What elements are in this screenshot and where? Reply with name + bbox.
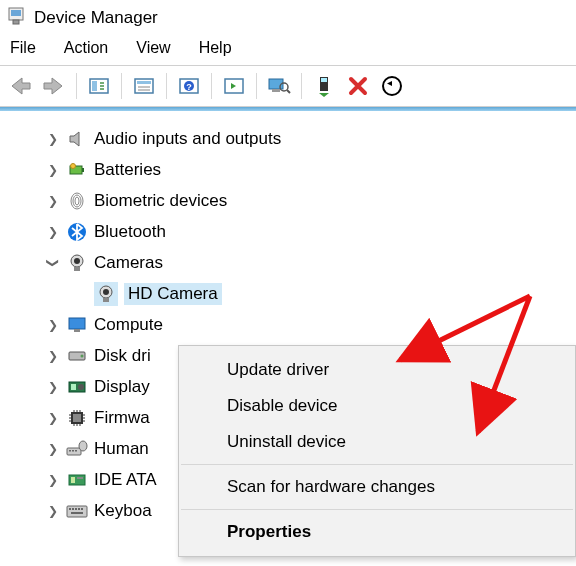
chevron-right-icon: ❯: [46, 411, 60, 425]
chevron-right-icon: ❯: [46, 380, 60, 394]
svg-point-43: [79, 441, 87, 451]
menu-file[interactable]: File: [10, 39, 36, 57]
svg-rect-38: [73, 414, 81, 422]
tree-item-label: Keyboa: [94, 501, 152, 521]
svg-rect-50: [75, 508, 77, 510]
ctx-uninstall-device[interactable]: Uninstall device: [179, 424, 575, 460]
toolbar-divider: [166, 73, 167, 99]
svg-rect-51: [78, 508, 80, 510]
ctx-disable-device[interactable]: Disable device: [179, 388, 575, 424]
toolbar-divider: [121, 73, 122, 99]
chevron-right-icon: ❯: [46, 194, 60, 208]
disable-device-button[interactable]: [376, 70, 408, 102]
svg-rect-15: [321, 78, 327, 82]
ctx-properties[interactable]: Properties: [179, 514, 575, 550]
find-device-button[interactable]: [263, 70, 295, 102]
svg-rect-48: [69, 508, 71, 510]
svg-rect-45: [71, 477, 75, 483]
tree-item-computer[interactable]: ❯ Compute: [0, 309, 576, 340]
svg-rect-52: [81, 508, 83, 510]
svg-rect-12: [272, 89, 280, 92]
tree-item-label: Firmwa: [94, 408, 150, 428]
svg-rect-29: [103, 298, 109, 302]
svg-rect-4: [92, 81, 97, 91]
chevron-right-icon: ❯: [46, 349, 60, 363]
bluetooth-icon: [66, 221, 88, 243]
scan-hardware-button[interactable]: [218, 70, 250, 102]
back-button[interactable]: [4, 70, 36, 102]
svg-rect-47: [67, 506, 87, 517]
help-button[interactable]: ?: [173, 70, 205, 102]
toolbar-divider: [211, 73, 212, 99]
svg-rect-26: [74, 267, 80, 271]
camera-icon: [66, 252, 88, 274]
disk-icon: [66, 345, 88, 367]
toolbar-divider: [256, 73, 257, 99]
svg-point-36: [78, 384, 84, 390]
svg-point-28: [103, 289, 109, 295]
svg-rect-6: [137, 81, 151, 84]
update-driver-button[interactable]: [308, 70, 340, 102]
toolbar-divider: [76, 73, 77, 99]
ctx-scan-hardware[interactable]: Scan for hardware changes: [179, 469, 575, 505]
tree-item-hd-camera[interactable]: HD Camera: [0, 278, 576, 309]
tree-item-batteries[interactable]: ❯ Batteries: [0, 154, 576, 185]
menu-view[interactable]: View: [136, 39, 170, 57]
svg-rect-30: [69, 318, 85, 329]
svg-rect-46: [77, 477, 83, 479]
toolbar: ?: [0, 66, 576, 106]
chevron-right-icon: ❯: [46, 163, 60, 177]
menu-bar: File Action View Help: [0, 33, 576, 65]
tree-item-label: Human: [94, 439, 149, 459]
tree-item-label: Batteries: [94, 160, 161, 180]
show-hidden-button[interactable]: [83, 70, 115, 102]
svg-rect-53: [71, 512, 83, 514]
forward-button[interactable]: [38, 70, 70, 102]
svg-rect-41: [72, 450, 74, 452]
toolbar-divider: [301, 73, 302, 99]
svg-point-25: [74, 258, 80, 264]
properties-button[interactable]: [128, 70, 160, 102]
speaker-icon: [66, 128, 88, 150]
tree-item-cameras[interactable]: ❯ Cameras: [0, 247, 576, 278]
chip-icon: [66, 407, 88, 429]
device-manager-icon: [6, 6, 26, 29]
hid-icon: [66, 438, 88, 460]
chevron-right-icon: ❯: [46, 225, 60, 239]
svg-point-22: [75, 197, 79, 205]
svg-text:?: ?: [186, 82, 192, 92]
tree-item-label: Disk dri: [94, 346, 151, 366]
svg-point-33: [81, 354, 84, 357]
context-menu-separator: [181, 464, 573, 465]
window-title: Device Manager: [34, 8, 158, 28]
tree-item-audio[interactable]: ❯ Audio inputs and outputs: [0, 123, 576, 154]
svg-rect-49: [72, 508, 74, 510]
ide-icon: [66, 469, 88, 491]
tree-item-label: Audio inputs and outputs: [94, 129, 281, 149]
chevron-right-icon: ❯: [46, 318, 60, 332]
tree-item-label: Bluetooth: [94, 222, 166, 242]
tree-item-bluetooth[interactable]: ❯ Bluetooth: [0, 216, 576, 247]
svg-rect-42: [75, 450, 77, 452]
tree-item-label: HD Camera: [124, 283, 222, 305]
uninstall-device-button[interactable]: [342, 70, 374, 102]
ctx-update-driver[interactable]: Update driver: [179, 352, 575, 388]
svg-rect-40: [69, 450, 71, 452]
monitor-icon: [66, 314, 88, 336]
context-menu-separator: [181, 509, 573, 510]
tree-item-label: Compute: [94, 315, 163, 335]
tree-item-label: Biometric devices: [94, 191, 227, 211]
menu-action[interactable]: Action: [64, 39, 108, 57]
chevron-right-icon: ❯: [46, 473, 60, 487]
tree-item-biometric[interactable]: ❯ Biometric devices: [0, 185, 576, 216]
menu-help[interactable]: Help: [199, 39, 232, 57]
battery-icon: [66, 159, 88, 181]
svg-rect-18: [82, 168, 84, 172]
tree-item-label: IDE ATA: [94, 470, 157, 490]
chevron-right-icon: ❯: [46, 132, 60, 146]
svg-rect-1: [11, 10, 21, 16]
chevron-down-icon: ❯: [46, 256, 60, 270]
chevron-right-icon: ❯: [46, 442, 60, 456]
svg-point-19: [71, 163, 76, 168]
camera-icon: [95, 283, 117, 305]
